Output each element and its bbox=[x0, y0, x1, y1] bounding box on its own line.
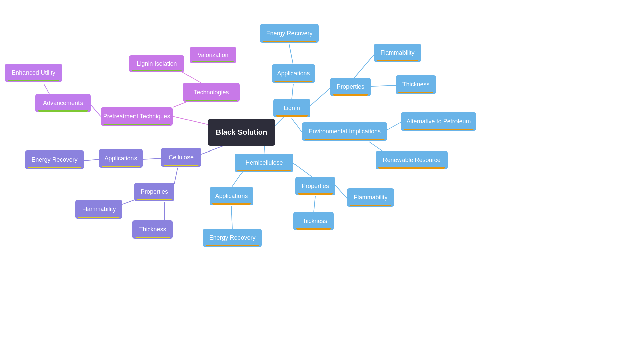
env-implications-node[interactable]: Environmental Implications bbox=[302, 122, 387, 141]
thickness-top-label: Thickness bbox=[402, 81, 429, 88]
lignin-applications-label: Applications bbox=[277, 70, 310, 77]
valorization-label: Valorization bbox=[198, 52, 229, 59]
alt-petroleum-label: Alternative to Petroleum bbox=[406, 118, 471, 125]
flammability-top-node[interactable]: Flammability bbox=[374, 44, 421, 62]
lignin-applications-node[interactable]: Applications bbox=[272, 64, 315, 83]
technologies-node[interactable]: Technologies bbox=[183, 83, 240, 102]
cell-thickness-label: Thickness bbox=[139, 226, 166, 233]
lignin-isolation-node[interactable]: Lignin Isolation bbox=[129, 55, 184, 72]
energy-recovery-top-label: Energy Recovery bbox=[266, 30, 312, 37]
energy-recovery-top-node[interactable]: Energy Recovery bbox=[260, 24, 319, 43]
hemi-energy-recovery-node[interactable]: Energy Recovery bbox=[203, 229, 262, 247]
hemi-applications-label: Applications bbox=[215, 193, 248, 200]
hemi-thickness-node[interactable]: Thickness bbox=[293, 212, 334, 230]
flammability-top-label: Flammability bbox=[380, 49, 414, 56]
alt-petroleum-node[interactable]: Alternative to Petroleum bbox=[401, 112, 476, 131]
pretreatment-node[interactable]: Pretreatment Techniques bbox=[101, 107, 173, 126]
cell-properties-node[interactable]: Properties bbox=[134, 183, 174, 201]
hemi-flammability-label: Flammability bbox=[354, 194, 387, 201]
hemi-applications-node[interactable]: Applications bbox=[210, 187, 253, 205]
technologies-label: Technologies bbox=[194, 89, 229, 96]
pretreatment-label: Pretreatment Techniques bbox=[103, 113, 170, 120]
advancements-node[interactable]: Advancements bbox=[35, 94, 91, 112]
center-node[interactable]: Black Solution bbox=[208, 119, 275, 146]
hemi-energy-recovery-label: Energy Recovery bbox=[209, 234, 255, 241]
hemicellulose-node[interactable]: Hemicellulose bbox=[235, 154, 293, 172]
hemi-flammability-node[interactable]: Flammability bbox=[347, 188, 394, 207]
env-implications-label: Environmental Implications bbox=[309, 128, 381, 135]
lignin-properties-node[interactable]: Properties bbox=[330, 78, 371, 96]
hemi-properties-label: Properties bbox=[302, 183, 329, 190]
renewable-resource-node[interactable]: Renewable Resource bbox=[376, 151, 448, 169]
cell-energy-recovery-label: Energy Recovery bbox=[31, 156, 77, 163]
hemi-properties-node[interactable]: Properties bbox=[295, 177, 335, 195]
cellulose-node[interactable]: Cellulose bbox=[161, 148, 201, 167]
cell-applications-node[interactable]: Applications bbox=[99, 149, 143, 168]
svg-line-7 bbox=[292, 84, 293, 100]
svg-line-9 bbox=[310, 88, 330, 106]
advancements-label: Advancements bbox=[43, 100, 83, 107]
enhanced-utility-label: Enhanced Utility bbox=[12, 69, 55, 76]
svg-line-4 bbox=[91, 105, 101, 116]
svg-line-17 bbox=[231, 206, 232, 230]
cell-thickness-node[interactable]: Thickness bbox=[132, 220, 173, 239]
svg-line-19 bbox=[335, 185, 347, 198]
svg-line-22 bbox=[143, 158, 161, 159]
center-label: Black Solution bbox=[216, 128, 267, 137]
cell-flammability-label: Flammability bbox=[82, 206, 116, 213]
enhanced-utility-node[interactable]: Enhanced Utility bbox=[5, 64, 62, 82]
renewable-resource-label: Renewable Resource bbox=[383, 157, 440, 164]
thickness-top-node[interactable]: Thickness bbox=[396, 75, 436, 94]
valorization-node[interactable]: Valorization bbox=[190, 47, 236, 63]
cell-flammability-node[interactable]: Flammability bbox=[75, 200, 122, 219]
cell-applications-label: Applications bbox=[104, 155, 137, 162]
svg-line-13 bbox=[386, 122, 401, 131]
svg-line-24 bbox=[174, 168, 178, 184]
svg-line-8 bbox=[289, 44, 293, 65]
cellulose-label: Cellulose bbox=[169, 154, 194, 161]
svg-line-20 bbox=[314, 196, 315, 213]
svg-line-12 bbox=[292, 118, 302, 132]
lignin-isolation-label: Lignin Isolation bbox=[137, 60, 177, 67]
lignin-node[interactable]: Lignin bbox=[273, 99, 310, 117]
hemi-thickness-label: Thickness bbox=[300, 218, 327, 225]
lignin-properties-label: Properties bbox=[337, 83, 364, 90]
lignin-label: Lignin bbox=[284, 105, 300, 112]
hemicellulose-label: Hemicellulose bbox=[245, 159, 283, 166]
cell-energy-recovery-node[interactable]: Energy Recovery bbox=[25, 150, 84, 169]
svg-line-23 bbox=[84, 159, 99, 161]
cell-properties-label: Properties bbox=[141, 188, 168, 195]
